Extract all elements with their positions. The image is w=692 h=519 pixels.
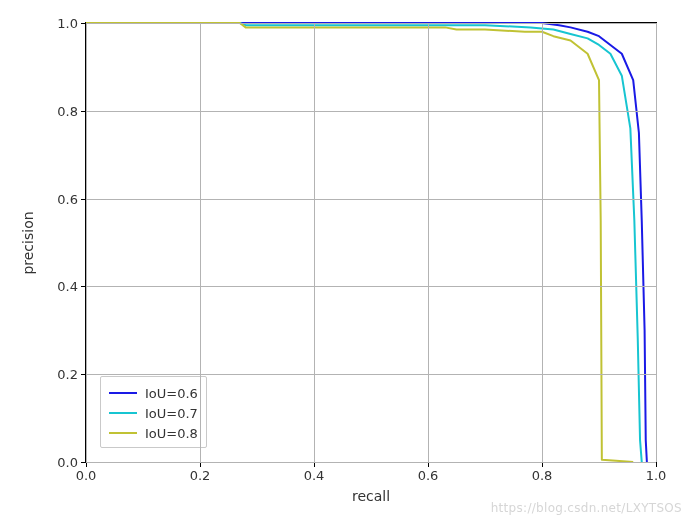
legend-label: IoU=0.7 bbox=[145, 406, 198, 421]
x-tick-label: 0.0 bbox=[76, 468, 97, 483]
legend-item-iou-0-8: IoU=0.8 bbox=[109, 423, 198, 443]
legend-item-iou-0-7: IoU=0.7 bbox=[109, 403, 198, 423]
y-tick-label: 0.8 bbox=[57, 103, 78, 118]
watermark: https://blog.csdn.net/LXYTSOS bbox=[491, 501, 682, 515]
y-tick-label: 1.0 bbox=[57, 16, 78, 31]
legend-label: IoU=0.8 bbox=[145, 426, 198, 441]
legend-swatch bbox=[109, 432, 137, 434]
grid-line-h bbox=[86, 374, 656, 375]
y-axis-label: precision bbox=[20, 211, 36, 274]
grid-line-h bbox=[86, 23, 656, 24]
x-tick-label: 1.0 bbox=[646, 468, 667, 483]
y-tick-label: 0.4 bbox=[57, 279, 78, 294]
legend-swatch bbox=[109, 392, 137, 394]
grid-line-v bbox=[200, 23, 201, 462]
x-tick-label: 0.8 bbox=[532, 468, 553, 483]
grid-line-v bbox=[656, 23, 657, 462]
y-tick-label: 0.2 bbox=[57, 367, 78, 382]
grid-line-h bbox=[86, 111, 656, 112]
grid-line-v bbox=[428, 23, 429, 462]
x-tick-label: 0.2 bbox=[190, 468, 211, 483]
y-tick-label: 0.6 bbox=[57, 191, 78, 206]
tick-mark-y bbox=[81, 286, 86, 287]
y-tick-label: 0.0 bbox=[57, 455, 78, 470]
x-axis-label: recall bbox=[352, 488, 390, 504]
grid-line-v bbox=[314, 23, 315, 462]
grid-line-h bbox=[86, 462, 656, 463]
grid-line-h bbox=[86, 286, 656, 287]
x-tick-label: 0.6 bbox=[418, 468, 439, 483]
tick-mark-y bbox=[81, 374, 86, 375]
legend-label: IoU=0.6 bbox=[145, 386, 198, 401]
figure: IoU=0.6 IoU=0.7 IoU=0.8 recall precision… bbox=[0, 0, 692, 519]
axes-main: IoU=0.6 IoU=0.7 IoU=0.8 recall precision… bbox=[85, 22, 657, 463]
legend: IoU=0.6 IoU=0.7 IoU=0.8 bbox=[100, 376, 207, 448]
grid-line-v bbox=[542, 23, 543, 462]
tick-mark-x bbox=[656, 462, 657, 467]
x-tick-label: 0.4 bbox=[304, 468, 325, 483]
grid-line-h bbox=[86, 199, 656, 200]
legend-item-iou-0-6: IoU=0.6 bbox=[109, 383, 198, 403]
legend-swatch bbox=[109, 412, 137, 414]
tick-mark-y bbox=[81, 23, 86, 24]
grid-line-v bbox=[86, 23, 87, 462]
tick-mark-y bbox=[81, 199, 86, 200]
tick-mark-y bbox=[81, 462, 86, 463]
tick-mark-y bbox=[81, 111, 86, 112]
